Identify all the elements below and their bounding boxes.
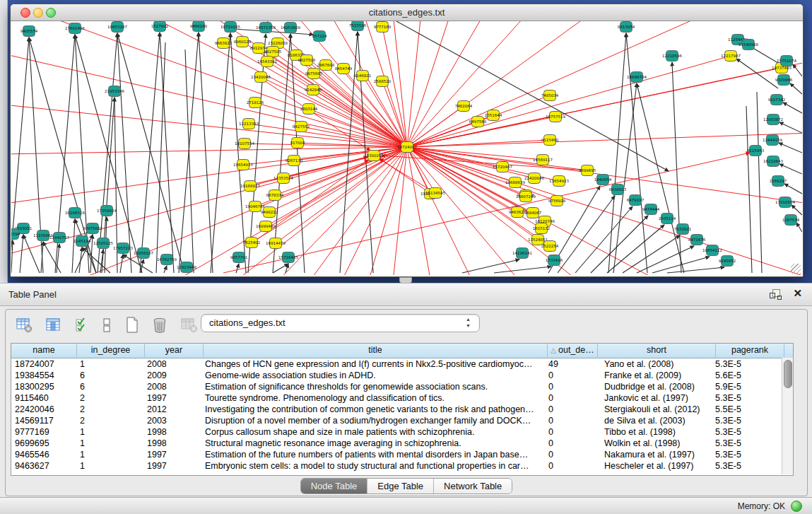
graph-node[interactable]: 16914479 [266,238,286,249]
table-cell[interactable]: 9699695 [11,438,76,449]
column-header-short[interactable]: short [598,344,716,357]
table-cell[interactable]: 9115460 [11,392,76,404]
table-cell[interactable]: Investigating the contribution of common… [201,404,545,415]
table-row[interactable]: 2242004622012Investigating the contribut… [11,404,793,415]
network-window[interactable]: citations_edges.txt 18300295271812612213… [10,4,804,277]
table-settings-button[interactable] [16,317,33,336]
graph-node[interactable]: 12444159 [763,135,782,146]
graph-node[interactable]: 8215953 [747,146,765,156]
table-row[interactable]: 946554611997Estimation of the future num… [11,449,793,460]
table-cell[interactable]: Disruption of a novel member of a sodium… [201,415,545,426]
table-cell[interactable]: Jankovic et al. (1997) [594,392,712,404]
graph-node[interactable]: 9827508 [298,55,316,66]
graph-node[interactable]: 19654915 [233,160,253,170]
column-header-title[interactable]: title [204,344,548,357]
table-cell[interactable]: 0 [545,438,594,449]
memory-status-icon[interactable] [791,501,802,512]
graph-node[interactable]: 16782759 [157,255,177,265]
table-cell[interactable]: 18300295 [11,381,76,392]
tab-node-table[interactable]: Node Table [301,479,368,493]
graph-node[interactable]: 17359924 [97,206,117,216]
table-cell[interactable]: Corpus callosum shape and size in male p… [201,426,545,438]
table-cell[interactable]: 1 [76,438,143,449]
graph-node[interactable]: 1615132 [533,223,551,234]
graph-node[interactable]: 8454749 [335,64,353,74]
table-cell[interactable]: Hescheler et al. (1997) [594,460,712,472]
graph-node[interactable]: 7515526 [349,21,367,31]
table-cell[interactable]: Estimation of significance thresholds fo… [201,381,545,392]
graph-node[interactable]: 9498222 [261,207,278,218]
graph-node[interactable]: 9777169 [374,22,392,33]
table-scrollbar[interactable] [782,358,793,474]
cell-view-button[interactable] [102,317,112,336]
graph-node[interactable]: 7625402 [243,238,261,248]
table-cell[interactable]: 1 [76,426,143,438]
graph-node[interactable]: 1733426 [546,255,563,266]
graph-node[interactable]: 9699695 [579,165,596,176]
table-cell[interactable]: Structural magnetic resonance image aver… [201,438,545,449]
delete-column-button[interactable] [152,317,167,337]
graph-node[interactable]: 6479197 [627,195,645,206]
table-cell[interactable]: 5.5E-5 [712,404,779,415]
table-cell[interactable]: 5.3E-5 [712,426,779,438]
tab-edge-table[interactable]: Edge Table [367,479,434,493]
table-cell[interactable]: Wolkin et al. (1998) [594,438,712,449]
table-cell[interactable]: 1997 [143,460,201,472]
graph-node[interactable]: 9146821 [354,71,372,81]
table-cell[interactable]: 2003 [143,415,201,426]
table-cell[interactable]: Nakamura et al. (1997) [594,449,712,460]
graph-node[interactable]: 20206516 [65,208,85,218]
table-cell[interactable]: 0 [545,392,594,404]
table-cell[interactable]: 1998 [143,438,201,449]
graph-node[interactable]: 9474444 [642,204,660,215]
graph-node[interactable]: 10688639 [505,177,525,188]
table-cell[interactable]: 0 [545,449,594,460]
table-cell[interactable]: 6 [76,381,143,392]
graph-node[interactable]: 857224 [312,31,327,42]
table-cell[interactable]: Yano et al. (2008) [594,358,712,370]
graph-node[interactable]: 10654112 [702,245,722,256]
graph-node[interactable]: 9115460 [541,135,559,146]
graph-node[interactable]: 2935114 [659,214,676,224]
graph-node[interactable]: 9405574 [20,26,38,37]
graph-node[interactable]: 9466160 [190,21,208,32]
table-row[interactable]: 911546021997Tourette syndrome. Phenomeno… [11,392,793,404]
table-row[interactable]: 1872400712008Changes of HCN gene express… [11,358,793,370]
table-cell[interactable]: 14569117 [11,415,76,426]
table-cell[interactable]: 9777169 [11,426,76,438]
table-cell[interactable]: 0 [545,404,594,415]
table-cell[interactable]: 2012 [143,404,201,415]
graph-node[interactable]: 2588520 [374,76,392,87]
graph-node[interactable]: 30975887 [83,223,102,234]
table-row[interactable]: 1456911722003Disruption of a novel membe… [11,415,793,426]
table-cell[interactable]: Tibbo et al. (1998) [594,426,712,438]
table-cell[interactable]: Dudbridge et al. (2008) [594,381,712,392]
graph-node[interactable]: 19166827 [240,181,260,192]
graph-node[interactable]: 9684067 [524,208,542,218]
graph-node[interactable]: 8678334 [266,190,284,201]
table-cell[interactable]: 1 [76,460,143,472]
graph-node[interactable]: 8813054 [618,22,635,33]
table-cell[interactable]: Embryonic stem cells: a model to study s… [201,460,545,472]
graph-node[interactable]: 9227342 [768,95,786,105]
table-cell[interactable]: 5.3E-5 [712,358,779,370]
graph-node[interactable]: 9857791 [230,252,248,263]
table-cell[interactable]: 9463627 [11,460,76,472]
graph-node[interactable]: 21953346 [105,86,124,97]
graph-node[interactable]: 12218596 [662,51,682,62]
table-cell[interactable]: 0 [545,370,594,381]
float-panel-icon[interactable] [770,288,781,300]
table-cell[interactable]: 49 [545,358,594,370]
graph-node[interactable]: 15720407 [493,162,512,173]
table-cell[interactable]: 5.3E-5 [712,415,779,426]
close-panel-icon[interactable]: ✕ [793,287,802,300]
graph-node[interactable]: 917004 [290,138,305,148]
graph-node[interactable]: 16543382 [257,57,277,67]
table-cell[interactable]: Changes of HCN gene expression and I(f) … [201,358,545,370]
table-row[interactable]: 977716911998Corpus callosum shape and si… [11,426,793,438]
graph-node[interactable]: 1569297 [770,176,787,187]
table-row[interactable]: 1830029562008Estimation of significance … [11,381,793,392]
table-cell[interactable]: 5.3E-5 [712,438,779,449]
table-combobox[interactable]: citations_edges.txt ▲▼ [201,314,480,332]
graph-node[interactable]: 2718126 [247,98,264,108]
